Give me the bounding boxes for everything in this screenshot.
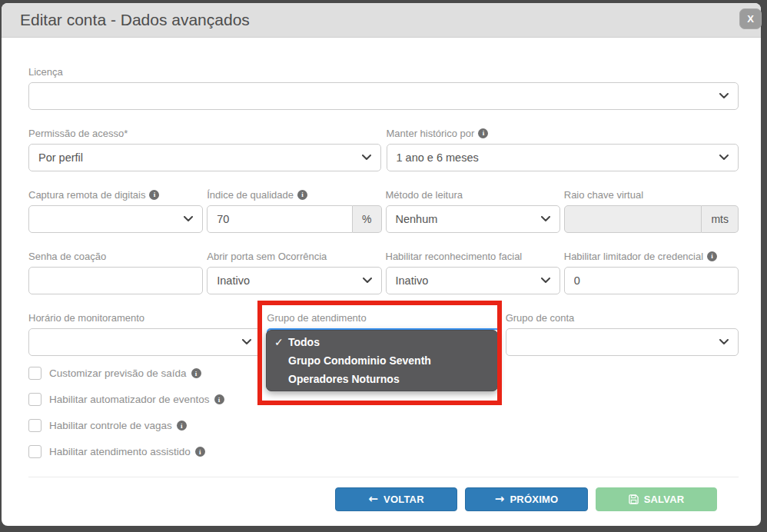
checkbox-row-atendimento-assistido: Habilitar atendimento assistido (28, 445, 739, 458)
reconhecimento-facial-value: Inativo (396, 274, 429, 287)
indice-qualidade-label-text: Índice de qualidade (207, 189, 294, 201)
chevron-down-icon (541, 278, 550, 284)
controle-vagas-label: Habilitar controle de vagas (49, 420, 187, 431)
grupo-conta-select[interactable] (506, 328, 739, 356)
indice-qualidade-label: Índice de qualidade (207, 188, 381, 201)
customizar-previsao-label-text: Customizar previsão de saída (49, 367, 187, 379)
automatizador-eventos-checkbox[interactable] (28, 393, 42, 406)
percent-addon: % (353, 205, 381, 233)
chevron-down-icon (362, 155, 371, 161)
customizar-previsao-checkbox[interactable] (28, 367, 42, 380)
checkbox-row-automatizador-eventos: Habilitar automatizador de eventos (28, 393, 739, 406)
row-permissao-historico: Permissão de acesso* Por perfil Manter h… (28, 127, 739, 171)
indice-qualidade-input[interactable] (207, 205, 353, 233)
voltar-button[interactable]: ← VOLTAR (335, 487, 457, 511)
checkbox-row-controle-vagas: Habilitar controle de vagas (28, 419, 739, 432)
field-manter-historico: Manter histórico por 1 ano e 6 meses (387, 127, 739, 171)
proximo-button[interactable]: → PRÓXIMO (465, 487, 588, 511)
captura-remota-label-text: Captura remota de digitais (28, 189, 145, 201)
info-icon (191, 368, 201, 378)
licenca-label: Licença (28, 65, 739, 78)
info-icon (195, 447, 205, 457)
manter-historico-value: 1 ano e 6 meses (397, 151, 479, 164)
dropdown-option-label: Grupo Condominio Seventh (288, 354, 431, 367)
raio-chave-label: Raio chave virtual (564, 188, 739, 201)
manter-historico-select[interactable]: 1 ano e 6 meses (387, 144, 739, 171)
save-floppy-icon (629, 494, 639, 504)
dropdown-option-label: Todos (288, 336, 320, 348)
voltar-button-label: VOLTAR (384, 494, 424, 505)
info-icon (214, 394, 224, 404)
atendimento-assistido-label-text: Habilitar atendimento assistido (49, 446, 191, 457)
mts-addon: mts (702, 205, 739, 233)
abrir-porta-label: Abrir porta sem Ocorrência (207, 250, 381, 262)
modal-title: Editar conta - Dados avançados (20, 11, 250, 29)
horario-monitoramento-label: Horário de monitoramento (28, 311, 261, 324)
abrir-porta-value: Inativo (217, 274, 250, 287)
modal-body: Licença Permissão de acesso* Por perfil (2, 38, 761, 511)
limitador-credencial-input[interactable] (564, 267, 739, 294)
row-senha-porta-facial-limitador: Senha de coação Abrir porta sem Ocorrênc… (28, 250, 739, 294)
horario-monitoramento-select[interactable] (28, 328, 261, 356)
raio-chave-input (564, 205, 702, 233)
grupo-atendimento-label: Grupo de atendimento (267, 311, 500, 324)
chevron-down-icon (242, 339, 251, 345)
arrow-left-icon: ← (368, 494, 378, 505)
abrir-porta-select[interactable]: Inativo (207, 267, 381, 294)
dropdown-option[interactable]: Grupo Condominio Seventh (267, 351, 497, 370)
info-icon (478, 128, 488, 138)
info-icon (297, 190, 307, 200)
grupo-atendimento-dropdown-menu: ✓ Todos Grupo Condominio Seventh Operado… (266, 330, 498, 391)
salvar-button-label: SALVAR (644, 494, 685, 505)
footer-divider (28, 477, 739, 477)
captura-remota-label: Captura remota de digitais (28, 188, 203, 201)
chevron-down-icon (719, 339, 729, 345)
field-metodo-leitura: Método de leitura Nenhum (386, 188, 560, 233)
dropdown-option-selected[interactable]: ✓ Todos (267, 333, 497, 351)
indice-qualidade-group: % (207, 205, 381, 233)
field-reconhecimento-facial: Habilitar reconhecimento facial Inativo (386, 250, 560, 294)
atendimento-assistido-checkbox[interactable] (28, 445, 42, 458)
licenca-select[interactable] (28, 82, 739, 110)
salvar-button[interactable]: SALVAR (596, 487, 717, 511)
footer-buttons: ← VOLTAR → PRÓXIMO SALVAR (28, 487, 717, 511)
field-horario-monitoramento: Horário de monitoramento (28, 311, 261, 356)
field-licenca: Licença (28, 65, 739, 110)
check-icon: ✓ (274, 336, 288, 348)
permissao-acesso-select[interactable]: Por perfil (28, 144, 381, 171)
atendimento-assistido-label: Habilitar atendimento assistido (49, 446, 205, 457)
field-indice-qualidade: Índice de qualidade % (207, 188, 381, 233)
grupo-conta-label: Grupo de conta (506, 311, 739, 324)
info-icon (177, 421, 187, 431)
close-icon[interactable]: X (739, 8, 762, 29)
automatizador-eventos-label: Habilitar automatizador de eventos (49, 394, 224, 405)
limitador-credencial-label-text: Habilitar limitador de credencial (564, 251, 703, 262)
captura-remota-select[interactable] (28, 205, 203, 233)
metodo-leitura-select[interactable]: Nenhum (386, 205, 560, 233)
info-icon (149, 190, 159, 200)
modal-header: Editar conta - Dados avançados (2, 3, 761, 38)
controle-vagas-label-text: Habilitar controle de vagas (49, 420, 172, 431)
reconhecimento-facial-label: Habilitar reconhecimento facial (386, 250, 560, 262)
field-senha-coacao: Senha de coação (28, 250, 203, 294)
reconhecimento-facial-select[interactable]: Inativo (386, 267, 560, 294)
controle-vagas-checkbox[interactable] (28, 419, 42, 432)
senha-coacao-input[interactable] (28, 267, 203, 294)
field-abrir-porta: Abrir porta sem Ocorrência Inativo (207, 250, 381, 294)
limitador-credencial-label: Habilitar limitador de credencial (564, 250, 739, 262)
row-captura-indice-metodo-raio: Captura remota de digitais Índice de qua… (28, 188, 739, 233)
manter-historico-label: Manter histórico por (387, 127, 739, 139)
field-grupo-conta: Grupo de conta (506, 311, 739, 356)
chevron-down-icon (363, 278, 372, 284)
field-raio-chave: Raio chave virtual mts (564, 188, 739, 233)
manter-historico-label-text: Manter histórico por (387, 128, 475, 139)
field-captura-remota: Captura remota de digitais (28, 188, 203, 233)
field-permissao-acesso: Permissão de acesso* Por perfil (28, 127, 381, 171)
dropdown-option-label: Operadores Noturnos (288, 373, 400, 385)
field-limitador-credencial: Habilitar limitador de credencial (564, 250, 739, 294)
senha-coacao-label: Senha de coação (28, 250, 203, 262)
chevron-down-icon (719, 93, 729, 99)
dropdown-option[interactable]: Operadores Noturnos (267, 370, 497, 388)
customizar-previsao-label: Customizar previsão de saída (49, 367, 201, 379)
chevron-down-icon (541, 216, 550, 222)
